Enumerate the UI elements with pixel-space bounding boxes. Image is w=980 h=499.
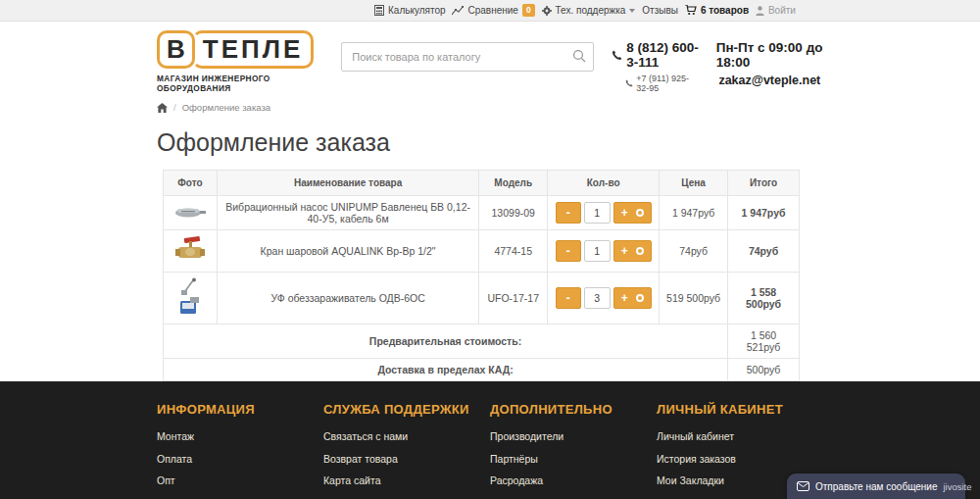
column-header-photo: Фото: [164, 171, 218, 196]
footer-link[interactable]: Оплата: [157, 453, 323, 465]
product-price: 74руб: [660, 230, 728, 273]
logo-letter: В: [157, 30, 195, 69]
topbar-calculator[interactable]: Калькулятор: [374, 5, 446, 16]
product-photo-cell[interactable]: [164, 196, 218, 230]
footer-heading: ЛИЧНЫЙ КАБИНЕТ: [657, 402, 823, 417]
topbar-cart-label: 6 товаров: [701, 5, 749, 16]
footer-link[interactable]: Партнёры: [490, 453, 657, 465]
product-model: UFO-17-17: [479, 273, 548, 324]
increase-quantity-button[interactable]: +: [621, 206, 628, 220]
quantity-cell: - +: [548, 273, 660, 324]
footer-link[interactable]: Личный кабинет: [657, 430, 823, 442]
footer-link[interactable]: Карта сайта: [323, 474, 490, 486]
footer-heading: СЛУЖБА ПОДДЕРЖКИ: [323, 402, 490, 417]
footer-heading: ДОПОЛНИТЕЛЬНО: [490, 402, 657, 417]
column-header-qty: Кол-во: [548, 171, 660, 196]
increase-quantity-button[interactable]: +: [621, 244, 628, 258]
product-model: 13099-09: [479, 196, 548, 230]
compare-icon: [452, 6, 464, 16]
search-bar: [341, 42, 594, 72]
page-title: Оформление заказа: [157, 128, 823, 157]
quantity-cell: - +: [548, 196, 660, 230]
shipping-label: Доставка в пределах КАД:: [164, 359, 728, 381]
breadcrumb-current: Оформление заказа: [182, 102, 270, 113]
table-row: Вибрационный насос UNIPUMP Бавленец БВ 0…: [164, 196, 800, 230]
site-header: В ТЕПЛЕ МАГАЗИН ИНЖЕНЕРНОГО ОБОРУДОВАНИЯ…: [157, 30, 823, 93]
quantity-input[interactable]: [584, 202, 611, 224]
update-quantity-icon[interactable]: [636, 209, 644, 217]
contact-email[interactable]: zakaz@vteple.net: [716, 74, 823, 87]
footer-link[interactable]: Опт: [157, 474, 323, 486]
subtotal-value: 1 560 521руб: [728, 324, 800, 359]
chevron-down-icon: [629, 9, 635, 13]
subtotal-label: Предварительная стоимость:: [164, 324, 728, 359]
chat-message-label: Отправьте нам сообщение: [815, 481, 938, 492]
product-photo-cell[interactable]: [164, 273, 218, 324]
pump-thumbnail: [173, 205, 207, 219]
shipping-value: 500руб: [728, 359, 800, 381]
product-name-link[interactable]: УФ обеззараживатель ОДВ-6ОС: [217, 273, 478, 324]
footer-column-support: СЛУЖБА ПОДДЕРЖКИ Связаться с нами Возвра…: [323, 402, 490, 499]
gear-icon: [542, 6, 552, 16]
topbar-reviews[interactable]: Отзывы: [642, 5, 678, 16]
breadcrumb-separator: /: [173, 102, 176, 113]
phone-alt-number[interactable]: +7 (911) 925-32-95: [636, 74, 700, 93]
product-total: 74руб: [728, 230, 800, 273]
user-icon: [756, 6, 764, 16]
search-icon[interactable]: [572, 49, 586, 63]
topbar-compare[interactable]: Сравнение 0: [452, 4, 534, 16]
footer-link[interactable]: Расродажа: [490, 474, 657, 486]
topbar-tech-support-label: Тех. поддержка: [556, 5, 626, 16]
footer-link[interactable]: Связаться с нами: [323, 430, 490, 442]
logo-word: ТЕПЛЕ: [192, 30, 315, 69]
product-name-link[interactable]: Кран шаровой AQUALINK Вр-Вр 1/2": [217, 230, 478, 273]
product-name-link[interactable]: Вибрационный насос UNIPUMP Бавленец БВ 0…: [217, 196, 478, 230]
cart-icon: [685, 5, 697, 16]
footer-column-extras: ДОПОЛНИТЕЛЬНО Производители Партнёры Рас…: [490, 402, 657, 499]
cart-table: Фото Наименование товара Модель Кол-во Ц…: [163, 170, 800, 416]
top-utility-bar: Калькулятор Сравнение 0 Тех. поддержка О…: [0, 0, 980, 22]
phone-block: 8 (812) 600-3-111 +7 (911) 925-32-95: [612, 40, 700, 93]
footer-link[interactable]: Производители: [490, 430, 657, 442]
breadcrumb-home[interactable]: [157, 103, 168, 113]
decrease-quantity-button[interactable]: -: [556, 287, 581, 309]
decrease-quantity-button[interactable]: -: [556, 202, 581, 224]
ball-valve-thumbnail: [174, 235, 206, 265]
hours-block: Пн-Пт с 09:00 до 18:00 zakaz@vteple.net: [716, 40, 823, 87]
home-icon: [157, 103, 168, 113]
footer-link[interactable]: История заказов: [657, 453, 823, 465]
topbar-reviews-label: Отзывы: [642, 5, 678, 16]
product-photo-cell[interactable]: [164, 230, 218, 273]
product-model: 4774-15: [479, 230, 548, 273]
column-header-name: Наименование товара: [217, 171, 478, 196]
update-quantity-icon[interactable]: [636, 294, 644, 302]
search-input[interactable]: [341, 42, 594, 72]
topbar-calculator-label: Калькулятор: [388, 5, 446, 16]
footer-link[interactable]: Монтаж: [157, 430, 323, 442]
compare-count-badge: 0: [522, 4, 535, 16]
uv-unit-thumbnail: [177, 277, 203, 317]
cart-header-row: Фото Наименование товара Модель Кол-во Ц…: [164, 171, 800, 196]
phone-main-number[interactable]: 8 (812) 600-3-111: [626, 40, 700, 70]
product-total: 1 947руб: [728, 196, 800, 230]
topbar-tech-support[interactable]: Тех. поддержка: [542, 5, 636, 16]
footer-heading: ИНФОРМАЦИЯ: [157, 402, 323, 417]
summary-row-shipping: Доставка в пределах КАД: 500руб: [164, 359, 800, 381]
site-logo[interactable]: В ТЕПЛЕ МАГАЗИН ИНЖЕНЕРНОГО ОБОРУДОВАНИЯ: [157, 30, 319, 93]
product-price: 519 500руб: [660, 273, 728, 324]
column-header-total: Итого: [728, 171, 800, 196]
topbar-cart[interactable]: 6 товаров: [685, 5, 749, 16]
increase-quantity-button[interactable]: +: [621, 291, 628, 305]
chat-widget[interactable]: Отправьте нам сообщение jivosite: [787, 474, 965, 499]
topbar-login[interactable]: Войти: [756, 5, 796, 16]
decrease-quantity-button[interactable]: -: [556, 240, 581, 262]
quantity-input[interactable]: [584, 240, 611, 262]
working-hours: Пн-Пт с 09:00 до 18:00: [716, 40, 823, 70]
update-quantity-icon[interactable]: [636, 247, 644, 255]
product-price: 1 947руб: [660, 196, 728, 230]
table-row: Кран шаровой AQUALINK Вр-Вр 1/2" 4774-15…: [164, 230, 800, 273]
quantity-input[interactable]: [584, 287, 611, 309]
envelope-icon: [797, 481, 809, 491]
footer-link[interactable]: Возврат товара: [323, 453, 490, 465]
column-header-price: Цена: [660, 171, 728, 196]
